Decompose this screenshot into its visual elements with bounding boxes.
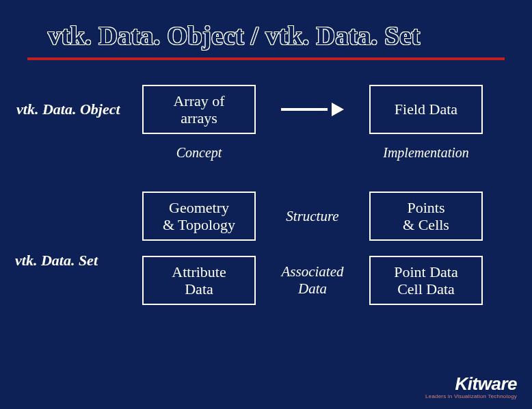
header-concept: Concept — [142, 145, 256, 171]
logo: Kitware Leaders in Visualization Technol… — [425, 373, 517, 399]
header-implementation: Implementation — [369, 145, 483, 171]
row-geometry: Geometry& Topology Structure Points& Cel… — [15, 192, 510, 241]
arrow-icon — [281, 103, 344, 116]
column-headers: Concept Implementation — [15, 145, 510, 171]
slide-title: vtk. Data. Object / vtk. Data. Set — [0, 0, 532, 57]
box-text: Point DataCell Data — [373, 263, 479, 298]
diagram-area: vtk. Data. Object Array ofarrays Field D… — [0, 60, 532, 305]
box-text: Geometry& Topology — [146, 199, 252, 234]
box-attribute-data: AttributeData — [142, 256, 256, 305]
box-geometry-topology: Geometry& Topology — [142, 192, 256, 241]
arrow-container — [256, 103, 369, 116]
box-text: AttributeData — [146, 263, 252, 298]
box-field-data: Field Data — [369, 85, 483, 134]
mid-associated: AssociatedData — [256, 263, 369, 298]
mid-structure: Structure — [256, 208, 369, 225]
mid-text: AssociatedData — [282, 263, 344, 298]
box-text: Field Data — [373, 101, 479, 118]
box-array-of-arrays: Array ofarrays — [142, 85, 256, 134]
label-dataobject: vtk. Data. Object — [15, 101, 142, 118]
box-text: Points& Cells — [373, 199, 479, 234]
label-dataset: vtk. Data. Set — [15, 252, 98, 269]
logo-tagline: Leaders in Visualization Technology — [425, 393, 517, 399]
box-points-cells: Points& Cells — [369, 192, 483, 241]
box-text: Array ofarrays — [146, 92, 252, 127]
row-dataobject: vtk. Data. Object Array ofarrays Field D… — [15, 85, 510, 134]
box-pointdata-celldata: Point DataCell Data — [369, 256, 483, 305]
logo-text: Kitware — [425, 373, 517, 395]
